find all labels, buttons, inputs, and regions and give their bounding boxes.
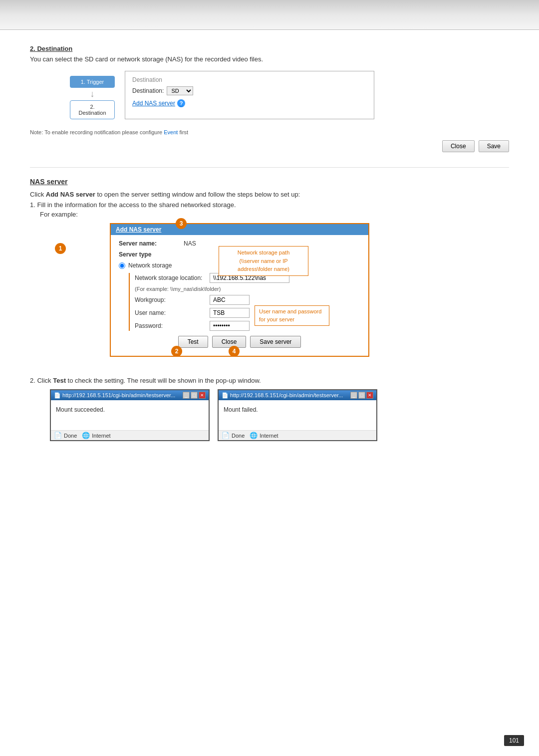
failure-statusbar: 📄 Done 🌐 Internet [219,430,376,440]
network-path-hint: Network storage path (\\server name or I… [219,246,308,276]
step1-trigger: 1. Trigger [70,76,115,88]
close-popup-btn[interactable]: ✕ [199,392,206,399]
save-server-button[interactable]: Save server [250,336,301,348]
step2-destination: 2. Destination [70,100,115,119]
failure-done-icon: 📄 [222,432,230,439]
username-input[interactable] [210,308,250,318]
nas-step1: 1. Fill in the information for the acces… [30,201,509,209]
section-description: You can select the SD card or network st… [30,55,509,63]
failure-internet-icon: 🌐 [250,432,258,439]
failure-done-status: 📄 Done [222,432,245,439]
success-popup-titlebar: 📄 http://192.168.5.151/cgi-bin/admin/tes… [51,390,209,400]
success-popup-title: 📄 http://192.168.5.151/cgi-bin/admin/tes… [54,392,175,399]
success-popup-body: Mount succeeded. [51,400,209,430]
destination-label: Destination: [132,87,164,94]
done-status: 📄 Done [54,432,77,439]
failure-popup-controls[interactable]: _ □ ✕ [350,392,373,399]
step2-text: 2. Click Test to check the setting. The … [30,377,509,384]
add-nas-link[interactable]: Add NAS server ? [132,99,185,107]
add-nas-icon: ? [177,99,185,107]
internet-label: Internet [92,433,110,439]
popups-row: 📄 http://192.168.5.151/cgi-bin/admin/tes… [50,389,509,441]
nas-desc-bold: Add NAS server [46,191,95,198]
network-storage-label: Network storage [128,262,172,269]
internet-icon: 🌐 [82,432,90,439]
server-name-label: Server name: [119,240,184,247]
section-title: 2. Destination [30,45,509,52]
server-name-value: NAS [184,240,196,247]
internet-status: 🌐 Internet [82,432,110,439]
failure-restore-btn[interactable]: □ [358,392,365,399]
done-label: Done [64,433,77,439]
user-hint: User name and password for your server [255,305,329,326]
minimize-btn[interactable]: _ [183,392,190,399]
failure-message: Mount failed. [224,406,258,413]
workflow-steps: 1. Trigger ↓ 2. Destination [70,71,115,119]
dialog-title: Add NAS server [116,226,161,233]
success-popup: 📄 http://192.168.5.151/cgi-bin/admin/tes… [50,389,210,441]
password-input[interactable] [210,321,250,331]
nas-section-title: NAS server [30,178,509,186]
badge-2: 2 [171,346,182,357]
step-arrow: ↓ [90,88,95,100]
server-type-label: Server type [119,251,184,258]
nas-desc-prefix: Click [30,191,46,198]
done-icon: 📄 [54,432,62,439]
nas-step1-note: For example: [40,211,509,218]
add-nas-label: Add NAS server [132,100,175,107]
workgroup-label: Workgroup: [135,296,210,303]
test-button[interactable]: Test [178,336,208,348]
destination-box: Destination Destination: SD NAS Add NAS … [125,71,374,119]
badge-4: 4 [229,346,240,357]
failure-minimize-btn[interactable]: _ [350,392,357,399]
failure-internet-label: Internet [260,433,278,439]
failure-internet-status: 🌐 Internet [250,432,278,439]
add-nas-dialog: 3 Add NAS server Server name: NAS Server… [110,223,369,357]
popup-controls[interactable]: _ □ ✕ [183,392,206,399]
note-text: Note: To enable recording notification p… [30,129,509,135]
failure-popup-title: 📄 http://192.168.5.151/cgi-bin/admin/tes… [222,392,343,399]
close-button[interactable]: Close [442,140,475,152]
destination-select[interactable]: SD NAS [167,86,193,95]
destination-box-title: Destination [132,76,367,83]
restore-btn[interactable]: □ [191,392,198,399]
workgroup-input[interactable] [210,295,250,305]
destination-section: 2. Destination You can select the SD car… [30,45,509,152]
network-storage-radio[interactable] [119,262,125,269]
network-location-label: Network storage location: [135,274,210,281]
failure-popup-titlebar: 📄 http://192.168.5.151/cgi-bin/admin/tes… [219,390,376,400]
nas-desc-suffix: to open the server setting window and fo… [95,191,300,198]
dialog-close-button[interactable]: Close [212,336,247,348]
top-bar [0,0,539,30]
failure-popup: 📄 http://192.168.5.151/cgi-bin/admin/tes… [218,389,377,441]
nas-section: NAS server Click Add NAS server to open … [30,178,509,441]
event-link[interactable]: Event [164,129,178,135]
password-label: Password: [135,322,210,329]
nas-desc: Click Add NAS server to open the server … [30,191,509,198]
page-number: 101 [504,735,524,746]
success-statusbar: 📄 Done 🌐 Internet [51,430,209,440]
example-note: (For example: \\my_nas\disk\folder) [135,286,221,292]
badge-1: 1 [55,243,66,254]
username-label: User name: [135,309,210,316]
failure-popup-body: Mount failed. [219,400,376,430]
failure-close-btn[interactable]: ✕ [366,392,373,399]
failure-done-label: Done [232,433,245,439]
save-button[interactable]: Save [479,140,509,152]
success-message: Mount succeeded. [56,406,105,413]
